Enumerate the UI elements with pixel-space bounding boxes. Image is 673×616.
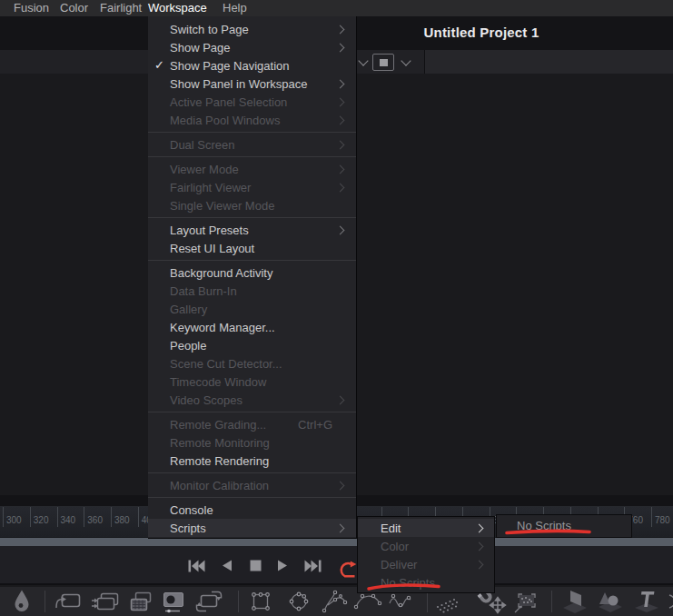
menu-item-label: Timecode Window [170,375,266,389]
menu-item-label: Monitor Calibration [170,479,269,492]
menubar-item-help[interactable]: Help [223,0,247,16]
menu-separator [148,260,356,261]
play-reverse-button[interactable] [214,546,240,585]
ruler-tick [111,507,112,527]
toolbar-divider [238,591,239,612]
menu-item-layout-presets[interactable]: Layout Presets [148,221,356,239]
menu-item-label: Scripts [170,522,206,535]
submenu-arrow-icon [336,184,345,193]
skip-to-end-button[interactable] [301,546,326,585]
edit-scripts-panel: No Scripts [496,514,632,538]
menu-item-show-panel-in-workspace[interactable]: Show Panel in Workspace [148,75,356,93]
menu-separator [148,412,356,412]
menu-item-show-page[interactable]: Show Page [148,38,356,56]
menu-item-switch-to-page[interactable]: Switch to Page [148,20,356,38]
menu-item-scene-cut-detector: Scene Cut Detector... [148,354,356,373]
ellipse-mask-tool-icon[interactable] [282,587,316,616]
menu-item-remote-rendering[interactable]: Remote Rendering [148,452,356,470]
menu-item-label: Remote Grading... [170,418,266,432]
menu-separator [148,217,356,218]
menu-item-reset-ui-layout[interactable]: Reset UI Layout [148,239,356,257]
menu-item-label: Media Pool Windows [170,114,280,127]
ruler-label: 780 [655,515,670,525]
viewer-control-row-right [425,50,673,74]
menu-item-label: Color [381,540,409,553]
menu-item-background-activity[interactable]: Background Activity [148,263,356,282]
menu-separator [148,156,356,157]
menu-item-show-page-navigation[interactable]: ✓Show Page Navigation [148,56,356,75]
color-grab-still-tool-icon[interactable] [5,587,39,616]
menu-item-label: Switch to Page [170,23,249,36]
polygon-mask-tool-icon[interactable] [317,587,351,616]
menu-item-label: No Scripts [381,576,435,590]
menu-bar: FusionColorFairlightWorkspaceHelp [0,0,673,16]
submenu-arrow-icon [336,165,345,174]
media-in-out-tool-icon[interactable] [87,587,122,616]
scripts-submenu-item-edit[interactable]: Edit [358,519,494,537]
menu-item-label: Reset UI Layout [170,242,254,255]
menubar-item-workspace[interactable]: Workspace [148,0,207,16]
menu-item-label: Scene Cut Detector... [170,357,282,371]
menu-item-shortcut: Ctrl+G [298,418,332,432]
shape-3d-tool-icon[interactable] [594,587,628,616]
background-tool-icon[interactable] [122,587,156,616]
submenu-arrow-icon [336,524,345,533]
toolbar-divider [427,591,428,612]
ruler-tick [30,507,31,527]
menu-item-label: Active Panel Selection [170,95,287,109]
menu-item-people[interactable]: People [148,336,356,354]
checkmark-icon: ✓ [154,58,164,72]
viewer-layout-button[interactable] [372,54,394,71]
panel-divider[interactable] [0,538,673,546]
media-in-tool-icon[interactable] [51,587,85,616]
davinci-resolve-window: FusionColorFairlightWorkspaceHelp Untitl… [0,0,673,616]
planar-tracker-tool-icon[interactable] [510,587,544,616]
menubar-item-fairlight[interactable]: Fairlight [100,0,142,16]
menu-item-fairlight-viewer: Fairlight Viewer [148,178,356,196]
transport-bar [0,546,673,585]
menu-separator [148,472,356,473]
menu-item-label: Console [170,503,213,517]
menu-item-video-scopes: Video Scopes [148,391,356,409]
menu-item-active-panel-selection: Active Panel Selection [148,93,356,111]
ruler-label: 340 [61,515,76,525]
project-title: Untitled Project 1 [424,25,539,40]
rectangle-mask-tool-icon[interactable] [243,587,278,616]
toolbar-divider [551,591,552,612]
menubar-item-fusion[interactable]: Fusion [14,0,49,16]
menubar-item-color[interactable]: Color [60,0,88,16]
stop-button[interactable] [242,546,268,585]
submenu-arrow-icon [475,561,484,570]
menu-separator [148,132,356,133]
scripts-submenu-item-color: Color [358,537,494,555]
ruler-label: 360 [87,515,103,525]
menu-item-scripts[interactable]: Scripts [148,519,356,537]
play-button[interactable] [270,546,295,585]
menu-item-label: Remote Rendering [170,454,269,468]
ruler-tick [84,507,84,527]
loop-button[interactable] [333,546,359,585]
partial-edge-tool-icon[interactable] [655,587,673,616]
menu-item-console[interactable]: Console [148,501,356,519]
menu-item-label: Show Page Navigation [170,59,290,73]
menu-item-label: Background Activity [170,266,272,280]
image-plane-3d-tool-icon[interactable] [558,587,592,616]
fusion-toolbar [0,587,673,616]
menu-item-keyword-manager[interactable]: Keyword Manager... [148,318,356,336]
menu-item-media-pool-windows: Media Pool Windows [148,111,356,129]
scripts-submenu-item-deliver: Deliver [358,555,494,573]
menu-item-data-burn-in: Data Burn-In [148,282,356,300]
ruler-tick [3,507,4,527]
submenu-arrow-icon [475,524,484,533]
media-tool-icon[interactable] [155,587,190,616]
menu-item-label: Single Viewer Mode [170,199,274,213]
ruler-tick [651,507,652,527]
resize-loop-tool-icon[interactable] [192,587,226,616]
skip-to-start-button[interactable] [183,546,209,585]
menu-item-label: People [170,339,206,353]
submenu-arrow-icon [336,396,345,405]
menu-item-label: Show Page [170,41,231,55]
ruler-tick [138,507,139,527]
scripts-submenu-item-no-scripts: No Scripts [358,573,494,591]
submenu-arrow-icon [336,80,345,89]
